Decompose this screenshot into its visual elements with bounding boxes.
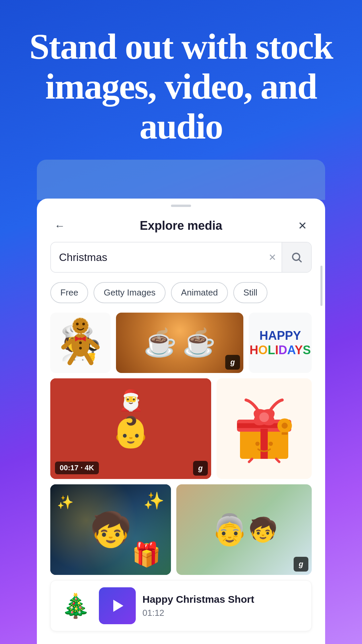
grandma-visual: 👵 🧒 <box>176 484 312 575</box>
media-row-1: 🧑‍🍳 <box>50 313 312 373</box>
santa-hat-emoji: 🎅 <box>118 388 143 412</box>
media-item-child-gifts[interactable]: 🧒 🎁 ✨ ✨ <box>50 484 171 575</box>
drag-handle[interactable] <box>171 205 191 207</box>
grandma-emoji: 👵 <box>211 512 248 547</box>
modal-title: Explore media <box>69 219 293 233</box>
scrollbar <box>320 266 322 306</box>
close-button[interactable]: ✕ <box>293 216 312 235</box>
getty-badge-mugs: g <box>225 355 240 370</box>
svg-rect-16 <box>260 429 268 459</box>
audio-play-button[interactable] <box>99 587 136 624</box>
search-input[interactable] <box>51 244 263 271</box>
christmas-tree-icon: 🎄 <box>59 592 92 620</box>
back-button[interactable]: ← <box>50 216 69 235</box>
mug-emoji-1: ☕ <box>143 327 177 359</box>
filter-still[interactable]: Still <box>233 282 267 303</box>
media-row-3: 🧒 🎁 ✨ ✨ 👵 🧒 g <box>50 484 312 575</box>
gift-svg <box>234 392 294 466</box>
hero-title: Stand out with stock images, video, and … <box>20 27 342 146</box>
audio-title: Happy Christmas Short <box>142 594 303 605</box>
search-icon <box>291 251 303 263</box>
search-clear-button[interactable]: ✕ <box>263 252 282 263</box>
filter-free[interactable]: Free <box>50 282 88 303</box>
svg-line-4 <box>63 341 71 347</box>
gift-emoji: 🎁 <box>132 541 161 568</box>
happy-holidays-visual: HAPPY HOLIDAYS <box>250 328 311 357</box>
modal-header: ← Explore media ✕ <box>37 207 325 242</box>
sparkle-emoji: ✨ <box>143 491 164 511</box>
svg-point-20 <box>259 413 269 422</box>
child-gifts-visual: 🧒 🎁 ✨ ✨ <box>50 484 171 575</box>
modal-card: ← Explore media ✕ ✕ Free Getty Images An… <box>37 199 325 644</box>
audio-info: Happy Christmas Short 01:12 <box>142 594 303 618</box>
hero-section: Stand out with stock images, video, and … <box>0 0 362 160</box>
svg-point-8 <box>76 323 79 325</box>
svg-line-6 <box>70 354 75 363</box>
svg-point-25 <box>269 442 273 446</box>
svg-line-5 <box>89 341 98 347</box>
baby-emoji: 👶 <box>112 415 149 450</box>
child-santa-emoji: 🧒 <box>248 516 278 543</box>
svg-point-22 <box>282 423 288 429</box>
mugs-visual: ☕ ☕ <box>116 313 243 373</box>
svg-line-1 <box>299 260 301 262</box>
play-triangle-icon <box>113 600 123 612</box>
svg-point-12 <box>79 347 82 350</box>
filter-animated[interactable]: Animated <box>171 282 228 303</box>
mug-emoji-2: ☕ <box>182 327 216 359</box>
svg-point-10 <box>79 337 82 340</box>
media-row-2: 👶 🎅 00:17 · 4K g <box>50 378 312 479</box>
filter-chips: Free Getty Images Animated Still <box>37 282 325 313</box>
media-item-happy-holidays[interactable]: HAPPY HOLIDAYS <box>249 313 312 373</box>
svg-line-7 <box>86 354 91 363</box>
svg-line-27 <box>276 459 279 462</box>
svg-point-9 <box>82 323 85 325</box>
media-item-mugs[interactable]: ☕ ☕ g <box>116 313 243 373</box>
child-emoji: 🧒 <box>90 510 132 549</box>
getty-badge-video: g <box>193 461 208 476</box>
media-item-grandma-child[interactable]: 👵 🧒 g <box>176 484 312 575</box>
getty-badge-grandma: g <box>294 557 308 572</box>
gingerbread-svg <box>54 316 107 370</box>
sparkle-emoji-2: ✨ <box>57 494 74 510</box>
audio-item-row: 🎄 Happy Christmas Short 01:12 <box>50 580 312 631</box>
audio-duration: 01:12 <box>142 608 303 618</box>
svg-rect-23 <box>282 432 288 435</box>
media-item-gift-sticker[interactable] <box>217 378 312 479</box>
svg-point-11 <box>79 341 82 344</box>
media-item-baby-video[interactable]: 👶 🎅 00:17 · 4K g <box>50 378 211 479</box>
media-grid: 🧑‍🍳 <box>37 313 325 575</box>
media-item-gingerbread[interactable]: 🧑‍🍳 <box>50 313 111 373</box>
filter-getty[interactable]: Getty Images <box>94 282 166 303</box>
svg-point-24 <box>255 442 260 446</box>
search-bar: ✕ <box>50 242 312 273</box>
background-card-hint <box>37 160 325 200</box>
video-duration-badge: 00:17 · 4K <box>55 462 99 474</box>
search-submit-button[interactable] <box>282 243 311 272</box>
svg-line-26 <box>249 459 252 462</box>
